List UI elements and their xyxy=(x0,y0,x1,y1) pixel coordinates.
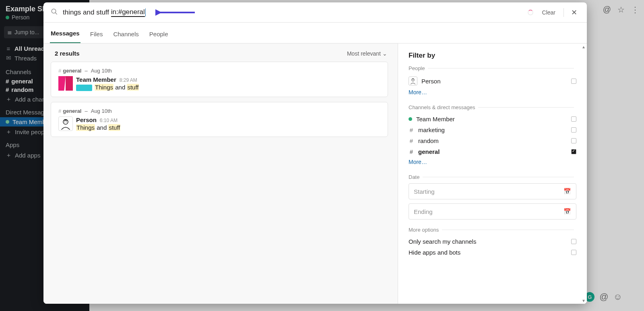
hash-icon: # xyxy=(58,68,61,74)
checkbox-icon xyxy=(571,250,576,255)
tab-files[interactable]: Files xyxy=(89,25,104,43)
filter-channel-row[interactable]: #random xyxy=(409,135,576,146)
hash-icon: # xyxy=(409,126,414,133)
filter-channels-label: Channels & direct messages xyxy=(409,104,475,110)
date-end-input[interactable]: Ending 📅 xyxy=(409,203,576,220)
results-count: 2 results xyxy=(55,50,80,57)
filter-channel-row[interactable]: #general xyxy=(409,146,576,157)
search-tabs: MessagesFilesChannelsPeople xyxy=(43,23,587,44)
checkbox-icon xyxy=(571,149,576,154)
mention-icon[interactable]: @ xyxy=(603,5,611,15)
presence-dot-icon xyxy=(409,117,412,121)
calendar-icon: 📅 xyxy=(564,188,571,195)
results-column: 2 results Most relevant ⌄ #general–Aug 1… xyxy=(43,44,398,304)
star-icon[interactable]: ☆ xyxy=(617,5,625,15)
result-channel: general xyxy=(63,68,81,74)
filter-heading: Filter by xyxy=(409,52,576,60)
result-message: Things and stuff xyxy=(76,84,380,91)
search-icon xyxy=(51,8,58,17)
attachment-chip-icon xyxy=(76,85,92,91)
avatar xyxy=(409,77,417,85)
checkbox-icon xyxy=(571,127,576,133)
tab-messages[interactable]: Messages xyxy=(50,24,80,43)
filter-column: Filter by People Person More… Channels &… xyxy=(398,44,587,304)
result-channel: general xyxy=(63,108,81,114)
search-result-card[interactable]: #general–Aug 10thPerson6:10 AMThings and… xyxy=(51,102,388,137)
checkbox-icon xyxy=(571,79,576,84)
result-meta: #general–Aug 10th xyxy=(58,108,380,114)
channels-more-link[interactable]: More… xyxy=(409,157,427,167)
result-time: 8:29 AM xyxy=(120,77,137,83)
only-my-channels-toggle[interactable]: Only search my channels xyxy=(409,236,576,247)
scroll-up-icon[interactable]: ▲ xyxy=(580,44,587,50)
kebab-icon[interactable]: ⋮ xyxy=(631,5,639,15)
date-start-input[interactable]: Starting 📅 xyxy=(409,183,576,199)
result-date: Aug 10th xyxy=(91,108,112,114)
tab-people[interactable]: People xyxy=(149,25,169,43)
search-query-plain: things and stuff xyxy=(63,8,111,17)
avatar xyxy=(58,116,73,131)
scrollbar[interactable]: ▲ ▼ xyxy=(580,44,587,304)
browser-toolbar-icons: @ ☆ ⋮ xyxy=(603,5,639,15)
filter-channel-row[interactable]: #marketing xyxy=(409,124,576,135)
hide-apps-toggle[interactable]: Hide apps and bots xyxy=(409,247,576,258)
clear-button[interactable]: Clear xyxy=(542,9,555,16)
result-author: Person xyxy=(76,116,97,123)
search-result-card[interactable]: #general–Aug 10thTeam Member8:29 AMThing… xyxy=(51,62,388,97)
checkbox-icon xyxy=(571,239,576,244)
divider xyxy=(564,8,564,17)
result-meta: #general–Aug 10th xyxy=(58,68,380,74)
filter-date-label: Date xyxy=(409,174,419,180)
close-button[interactable]: ✕ xyxy=(569,8,580,17)
svg-line-1 xyxy=(55,12,57,15)
search-query-modifier: in:#general xyxy=(111,8,145,17)
annotation-arrow-icon xyxy=(155,8,196,17)
search-bar: things and stuff in:#general Clear ✕ xyxy=(43,2,587,23)
result-time: 6:10 AM xyxy=(100,118,118,123)
tab-channels[interactable]: Channels xyxy=(112,25,139,43)
calendar-icon: 📅 xyxy=(564,208,571,215)
hash-icon: # xyxy=(58,108,61,114)
sort-dropdown[interactable]: Most relevant ⌄ xyxy=(347,50,387,57)
scroll-down-icon[interactable]: ▼ xyxy=(580,297,587,304)
filter-more-options-label: More options xyxy=(409,227,439,233)
checkbox-icon xyxy=(571,116,576,122)
search-input[interactable]: things and stuff in:#general xyxy=(63,8,523,17)
result-date: Aug 10th xyxy=(91,68,112,74)
svg-point-4 xyxy=(64,122,65,122)
chevron-down-icon: ⌄ xyxy=(382,50,387,57)
avatar xyxy=(58,76,73,91)
people-more-link[interactable]: More… xyxy=(409,87,427,97)
text-cursor-icon xyxy=(145,8,146,17)
filter-person-row[interactable]: Person xyxy=(409,75,576,87)
search-modal: things and stuff in:#general Clear ✕ Mes… xyxy=(43,2,587,304)
svg-point-5 xyxy=(66,122,67,122)
filter-people-label: People xyxy=(409,65,425,71)
result-author: Team Member xyxy=(76,76,116,83)
hash-icon: # xyxy=(409,137,414,144)
loading-spinner-icon xyxy=(528,10,533,15)
result-message: Things and stuff xyxy=(76,124,380,131)
checkbox-icon xyxy=(571,138,576,143)
svg-point-0 xyxy=(52,9,56,13)
filter-channel-row[interactable]: Team Member xyxy=(409,114,576,124)
hash-icon: # xyxy=(409,148,414,155)
